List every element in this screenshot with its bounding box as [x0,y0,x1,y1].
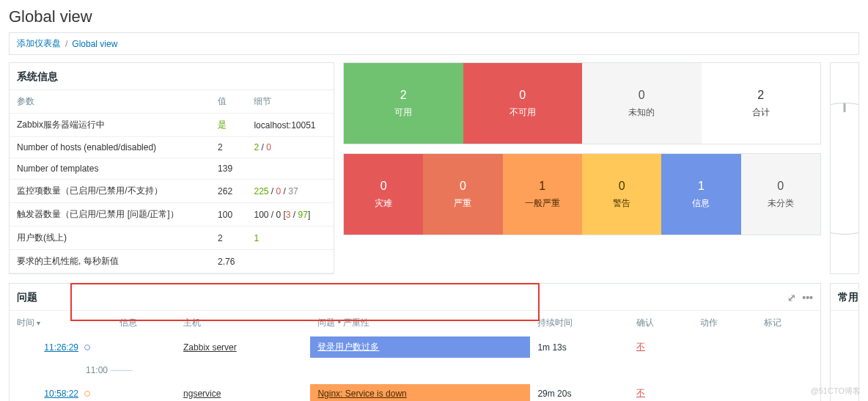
status-num: 2 [757,89,764,102]
clock-face [830,103,859,235]
problem-ack[interactable]: 不 [636,342,645,352]
status-num: 1 [698,180,705,193]
problem-info [112,381,176,401]
col-tags: 标记 [757,311,820,335]
sysinfo-param: 触发器数量（已启用/已禁用 [问题/正常]） [10,203,210,227]
problem-host[interactable]: ngservice [183,389,221,399]
breadcrumb-separator: / [65,39,67,49]
breadcrumb-add-dashboard[interactable]: 添加仪表盘 [17,37,61,50]
col-param: 参数 [10,90,210,114]
status-cell-未分类[interactable]: 0未分类 [741,154,820,235]
problem-row: 11:26:29Zabbix server登录用户数过多1m 13s不 [10,335,820,359]
sysinfo-row: Zabbix服务器端运行中是localhost:10051 [10,114,334,137]
sysinfo-value: 2.76 [210,250,246,273]
problem-name[interactable]: 登录用户数过多 [310,336,530,358]
status-label: 未分类 [768,197,794,210]
breadcrumb: 添加仪表盘 / Global view [9,32,859,55]
problem-info [112,335,176,359]
panel-system-info: 系统信息 参数 值 细节 Zabbix服务器端运行中是localhost:100… [9,62,334,274]
status-label: 严重 [454,197,471,210]
status-num: 1 [539,180,545,193]
panel-favorites: 常用的 [830,283,859,401]
col-ack: 确认 [629,311,693,335]
problem-actions [693,381,757,401]
page-title: Global view [0,0,868,32]
panel-clock [830,62,859,274]
sysinfo-detail: 225 / 0 / 37 [246,180,334,203]
status-num: 0 [777,180,784,193]
status-blocks: 2可用0不可用0未知的2合计 0灾难0严重1一般严重0警告1信息0未分类 [343,62,821,274]
status-num: 2 [400,89,407,102]
breadcrumb-current[interactable]: Global view [72,39,117,49]
sysinfo-row: 触发器数量（已启用/已禁用 [问题/正常]）100100 / 0 [3 / 97… [10,203,334,227]
timeline-dot [84,345,90,350]
watermark: @51CTO博客 [811,386,861,397]
sysinfo-row: Number of templates139 [10,158,334,180]
problem-ack[interactable]: 不 [636,388,645,398]
sysinfo-value: 139 [210,158,246,180]
status-cell-不可用[interactable]: 0不可用 [463,63,583,144]
sysinfo-value: 2 [210,137,246,158]
problem-duration: 29m 20s [530,381,629,401]
sysinfo-row: Number of hosts (enabled/disabled)22 / 0 [10,137,334,158]
more-icon[interactable]: ••• [802,292,813,303]
expand-icon[interactable]: ⤢ [787,292,796,303]
status-label: 一般严重 [525,197,560,210]
status-num: 0 [460,180,466,193]
status-label: 合计 [752,106,770,119]
col-value: 值 [210,90,246,114]
sysinfo-value: 是 [210,114,246,137]
status-num: 0 [380,180,387,193]
status-cell-可用[interactable]: 2可用 [344,63,463,144]
col-problem: 问题 • 严重性 [310,311,530,335]
time-marker: 11:00 [10,359,820,381]
status-num: 0 [639,89,645,102]
status-label: 未知的 [628,106,655,119]
sysinfo-detail [246,158,334,180]
problem-row: 10:58:22ngserviceNginx: Service is down2… [10,381,820,401]
status-cell-警告[interactable]: 0警告 [582,154,661,235]
status-cell-严重[interactable]: 0严重 [423,154,502,235]
sysinfo-param: 监控项数量（已启用/已禁用/不支持） [10,180,210,203]
timeline-dot [84,391,90,397]
problem-name[interactable]: Nginx: Service is down [310,384,530,402]
problem-time[interactable]: 10:58:22 [44,389,78,399]
col-detail: 细节 [246,90,334,114]
sysinfo-detail: localhost:10051 [246,114,334,137]
sysinfo-detail: 1 [246,227,334,250]
system-info-title: 系统信息 [10,63,334,90]
sysinfo-detail: 100 / 0 [3 / 97] [246,203,334,227]
sysinfo-row: 要求的主机性能, 每秒新值2.76 [10,250,334,273]
status-cell-合计[interactable]: 2合计 [702,63,821,144]
problem-host[interactable]: Zabbix server [183,342,237,353]
col-duration: 持续时间 [530,311,629,335]
problem-time[interactable]: 11:26:29 [44,342,78,353]
status-cell-一般严重[interactable]: 1一般严重 [503,154,582,235]
status-cell-信息[interactable]: 1信息 [661,154,740,235]
status-cell-灾难[interactable]: 0灾难 [344,154,423,235]
status-label: 可用 [394,106,412,119]
system-info-table: 参数 值 细节 Zabbix服务器端运行中是localhost:10051Num… [10,90,334,273]
sysinfo-param: Number of templates [10,158,210,180]
panel-problems: 问题 ⤢ ••• 时间 信息 主机 问题 • 严重性 持续时间 确认 动作 [9,283,821,401]
sysinfo-value: 2 [210,227,246,250]
col-info: 信息 [112,311,176,335]
sysinfo-value: 262 [210,180,246,203]
status-label: 信息 [692,197,710,210]
status-label: 灾难 [375,197,392,210]
status-num: 0 [519,89,526,102]
problem-tags [757,335,820,359]
problems-table: 时间 信息 主机 问题 • 严重性 持续时间 确认 动作 标记 11:26:29… [10,311,820,401]
status-label: 不可用 [510,106,536,119]
status-cell-未知的[interactable]: 0未知的 [582,63,702,144]
col-time[interactable]: 时间 [10,311,112,335]
severity-status-row: 0灾难0严重1一般严重0警告1信息0未分类 [343,153,821,235]
col-host: 主机 [176,311,310,335]
sysinfo-row: 用户数(线上)21 [10,227,334,250]
sysinfo-value: 100 [210,203,246,227]
sysinfo-param: Zabbix服务器端运行中 [10,114,210,137]
problems-title: 问题 [17,291,37,304]
problem-actions [693,335,757,359]
sysinfo-param: 要求的主机性能, 每秒新值 [10,250,210,273]
status-num: 0 [619,180,625,193]
